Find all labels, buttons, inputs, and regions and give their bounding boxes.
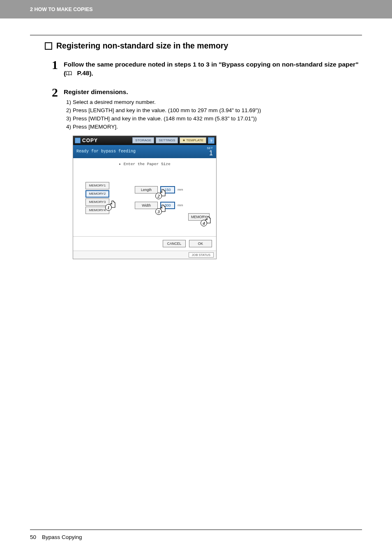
length-unit: mm: [178, 188, 183, 191]
callout-2: 2: [155, 193, 162, 199]
memory2-button[interactable]: MEMORY2: [85, 190, 109, 198]
settings-tab[interactable]: SETTINGS: [156, 137, 178, 143]
content-divider: [30, 35, 362, 35]
memory1-button[interactable]: MEMORY1: [85, 182, 109, 189]
memory-set-button[interactable]: MEMORY: [188, 213, 210, 221]
storage-tab[interactable]: STORAGE: [132, 137, 154, 143]
star-icon: ★: [182, 138, 185, 142]
cancel-button[interactable]: CANCEL: [163, 240, 186, 247]
page-number: 50: [30, 534, 36, 540]
set-count: 1: [209, 150, 213, 157]
step-1: 1 Follow the same procedure noted in ste…: [50, 59, 362, 78]
section-title: Registering non-standard size in the mem…: [45, 41, 362, 51]
status-text: Ready for bypass feeding: [76, 149, 136, 154]
help-button[interactable]: ?: [208, 137, 214, 144]
memory4-button[interactable]: MEMORY4: [85, 207, 109, 214]
panel-titlebar: COPY STORAGE SETTINGS ★TEMPLATE ?: [73, 136, 216, 145]
page-reference[interactable]: P.48: [66, 69, 89, 78]
footer-title: Bypass Copying: [42, 534, 82, 540]
page-footer: 50 Bypass Copying: [0, 530, 392, 540]
width-unit: mm: [178, 203, 183, 207]
callout-3: 3: [155, 208, 162, 215]
template-tab[interactable]: ★TEMPLATE: [180, 137, 206, 143]
step-head-text-b: ).: [89, 70, 93, 77]
panel-body: MEMORY1 MEMORY2 MEMORY3 MEMORY4 Length 1…: [73, 166, 216, 236]
section-title-text: Registering non-standard size in the mem…: [56, 41, 228, 51]
step-head: Register dimensions.: [64, 88, 362, 97]
step-2: 2 Register dimensions. 1)Select a desire…: [50, 86, 362, 259]
chapter-header: 2 HOW TO MAKE COPIES: [0, 0, 392, 18]
step-head: Follow the same procedure noted in steps…: [64, 60, 362, 78]
checkbox-icon: [45, 42, 52, 50]
panel-title: COPY: [82, 138, 98, 143]
job-status-button[interactable]: JOB STATUS: [189, 252, 214, 258]
hand-icon: 1: [109, 200, 118, 209]
step-head-text-a: Follow the same procedure noted in steps…: [64, 61, 359, 77]
page-ref-text: P.48: [77, 69, 89, 78]
panel-footer-buttons: CANCEL OK: [73, 236, 216, 251]
ok-button[interactable]: OK: [189, 240, 212, 247]
substeps: 1)Select a desired memory number. 2)Pres…: [64, 98, 362, 131]
callout-4: 4: [201, 220, 207, 226]
width-value: 300: [160, 202, 175, 209]
status-bar: Ready for bypass feeding SET1: [73, 145, 216, 158]
panel-prompt: ▸ Enter the Paper Size: [73, 158, 216, 166]
copier-panel: COPY STORAGE SETTINGS ★TEMPLATE ? Ready …: [73, 136, 217, 259]
chapter-header-text: 2 HOW TO MAKE COPIES: [30, 7, 93, 12]
width-button[interactable]: Width: [135, 202, 158, 209]
length-button[interactable]: Length: [135, 186, 158, 193]
step-number: 1: [50, 59, 58, 78]
copy-mode-icon: [75, 138, 81, 143]
svg-rect-0: [45, 43, 52, 49]
job-status-bar: JOB STATUS: [73, 251, 216, 259]
footer-divider: [30, 530, 362, 530]
length-value: 150: [160, 186, 175, 193]
step-number: 2: [50, 86, 58, 259]
memory3-button[interactable]: MEMORY3: [85, 198, 109, 206]
book-icon: [66, 71, 72, 76]
